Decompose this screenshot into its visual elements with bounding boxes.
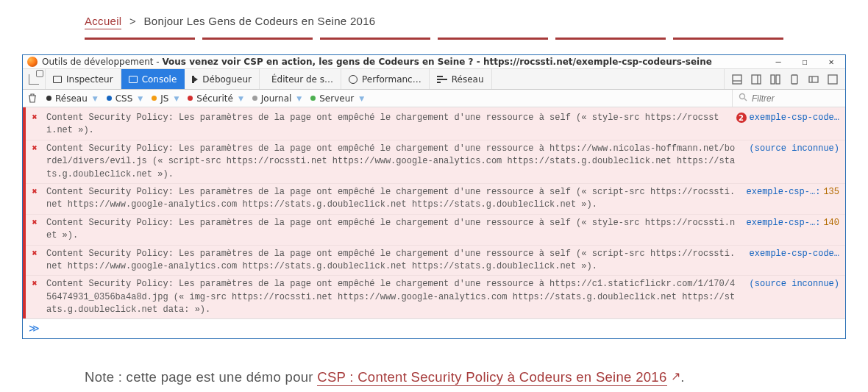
- dot-icon: [310, 96, 316, 101]
- minimize-button[interactable]: —: [773, 57, 783, 67]
- filter-securite[interactable]: Sécurité▼: [183, 90, 247, 107]
- page-note: Note : cette page est une démo pour CSP …: [85, 364, 783, 390]
- line-number: 140: [823, 218, 839, 228]
- error-x-icon: ✖: [29, 143, 40, 154]
- dot-icon: [252, 96, 257, 101]
- console-prompt[interactable]: ≫: [23, 318, 845, 338]
- count-badge: 2: [736, 113, 747, 123]
- tab-debugger[interactable]: Débogueur: [185, 69, 260, 89]
- tab-underline[interactable]: [320, 38, 430, 40]
- picker-icon: [29, 74, 39, 85]
- console-icon: [129, 76, 138, 83]
- page-tabs-strip: [85, 38, 783, 40]
- console-error-row: ✖Content Security Policy: Les paramètres…: [26, 275, 845, 318]
- console-output: ✖Content Security Policy: Les paramètres…: [23, 107, 845, 318]
- network-icon: [437, 76, 447, 83]
- svg-rect-4: [771, 75, 775, 84]
- console-error-row: ✖Content Security Policy: Les paramètres…: [26, 107, 845, 140]
- dot-icon: [46, 96, 51, 101]
- frames-button[interactable]: [804, 71, 823, 88]
- error-x-icon: ✖: [29, 278, 40, 289]
- window-title: Outils de développement - Vous venez voi…: [42, 57, 769, 67]
- tab-style-editor[interactable]: Éditeur de s…: [260, 69, 341, 89]
- error-x-icon: ✖: [29, 112, 40, 123]
- devtools-toolbar: Inspecteur Console Débogueur Éditeur de …: [23, 69, 845, 90]
- tab-underline[interactable]: [85, 38, 195, 40]
- console-filter-bar: Réseau▼ CSS▼ JS▼ Sécurité▼ Journal▼ Serv…: [23, 90, 845, 107]
- tab-underline[interactable]: [202, 38, 313, 40]
- log-message: Content Security Policy: Les paramètres …: [46, 143, 744, 181]
- debugger-icon: [192, 76, 198, 83]
- svg-rect-6: [791, 75, 797, 84]
- svg-point-10: [740, 94, 745, 99]
- log-source-link[interactable]: exemple-csp-code…: [750, 248, 839, 259]
- external-link-icon: ↗: [671, 366, 680, 388]
- chevron-down-icon: ▼: [238, 95, 243, 102]
- performance-icon: [349, 75, 357, 84]
- tab-underline[interactable]: [555, 38, 666, 40]
- close-button[interactable]: ✕: [826, 57, 836, 67]
- breadcrumb-home-link[interactable]: Accueil: [85, 15, 121, 29]
- chevron-down-icon: ▼: [93, 95, 98, 102]
- log-source-link[interactable]: 2exemple-csp-code…: [736, 112, 839, 123]
- error-x-icon: ✖: [29, 186, 40, 197]
- chevron-down-icon: ▼: [174, 95, 179, 102]
- chevron-down-icon: ▼: [296, 95, 302, 102]
- search-icon: [739, 93, 747, 104]
- dot-icon: [152, 96, 157, 101]
- svg-rect-9: [828, 75, 837, 84]
- log-message: Content Security Policy: Les paramètres …: [46, 112, 730, 138]
- dock-side-button[interactable]: [747, 71, 766, 88]
- tab-underline[interactable]: [438, 38, 548, 40]
- firefox-icon: [27, 57, 38, 67]
- settings-button[interactable]: [823, 71, 842, 88]
- line-number: 135: [823, 187, 839, 197]
- log-source-link[interactable]: exemple-csp-…:135: [747, 186, 839, 197]
- log-message: Content Security Policy: Les paramètres …: [46, 186, 741, 212]
- svg-line-11: [744, 99, 747, 101]
- log-message: Content Security Policy: Les paramètres …: [46, 278, 744, 316]
- tab-console[interactable]: Console: [121, 69, 185, 89]
- console-error-row: ✖Content Security Policy: Les paramètres…: [26, 214, 845, 245]
- devtools-window: Outils de développement - Vous venez voi…: [22, 54, 846, 339]
- error-x-icon: ✖: [29, 248, 40, 259]
- filter-css[interactable]: CSS▼: [102, 90, 148, 107]
- filter-reseau[interactable]: Réseau▼: [42, 90, 102, 107]
- filter-input[interactable]: [752, 93, 825, 104]
- log-source-link[interactable]: (source inconnue): [750, 278, 839, 289]
- log-source-link[interactable]: (source inconnue): [750, 143, 839, 154]
- filter-search-wrap: [732, 90, 842, 107]
- clear-console-button[interactable]: [26, 92, 39, 105]
- dock-bottom-button[interactable]: [728, 71, 747, 88]
- filter-js[interactable]: JS▼: [147, 90, 183, 107]
- devtools-titlebar[interactable]: Outils de développement - Vous venez voi…: [23, 55, 845, 69]
- log-source-link[interactable]: exemple-csp-…:140: [747, 217, 839, 228]
- dot-icon: [188, 96, 193, 101]
- filter-journal[interactable]: Journal▼: [248, 90, 306, 107]
- log-message: Content Security Policy: Les paramètres …: [46, 248, 744, 274]
- svg-rect-7: [809, 76, 818, 82]
- tab-performance[interactable]: Performanc…: [341, 69, 430, 89]
- maximize-button[interactable]: ☐: [800, 57, 810, 67]
- responsive-mode-button[interactable]: [785, 71, 804, 88]
- svg-rect-0: [733, 75, 741, 84]
- breadcrumb-current: Bonjour Les Gens de Codeurs en Seine 201…: [143, 15, 375, 27]
- filter-serveur[interactable]: Serveur▼: [306, 90, 369, 107]
- tab-network[interactable]: Réseau: [430, 69, 492, 89]
- tab-underline[interactable]: [673, 38, 783, 40]
- console-error-row: ✖Content Security Policy: Les paramètres…: [26, 245, 845, 276]
- tab-inspector[interactable]: Inspecteur: [46, 69, 121, 89]
- console-error-row: ✖Content Security Policy: Les paramètres…: [26, 140, 845, 183]
- svg-rect-5: [776, 75, 780, 84]
- split-button[interactable]: [766, 71, 785, 88]
- log-message: Content Security Policy: Les paramètres …: [46, 217, 741, 243]
- note-link[interactable]: CSP : Content Security Policy à Codeurs …: [317, 369, 666, 386]
- breadcrumb-separator-icon: >: [129, 15, 136, 27]
- element-picker-button[interactable]: [23, 69, 46, 89]
- breadcrumb: Accueil > Bonjour Les Gens de Codeurs en…: [85, 15, 868, 27]
- console-error-row: ✖Content Security Policy: Les paramètres…: [26, 183, 845, 214]
- inspector-icon: [53, 76, 62, 83]
- dot-icon: [107, 96, 112, 101]
- chevron-down-icon: ▼: [359, 95, 364, 102]
- error-x-icon: ✖: [29, 217, 40, 228]
